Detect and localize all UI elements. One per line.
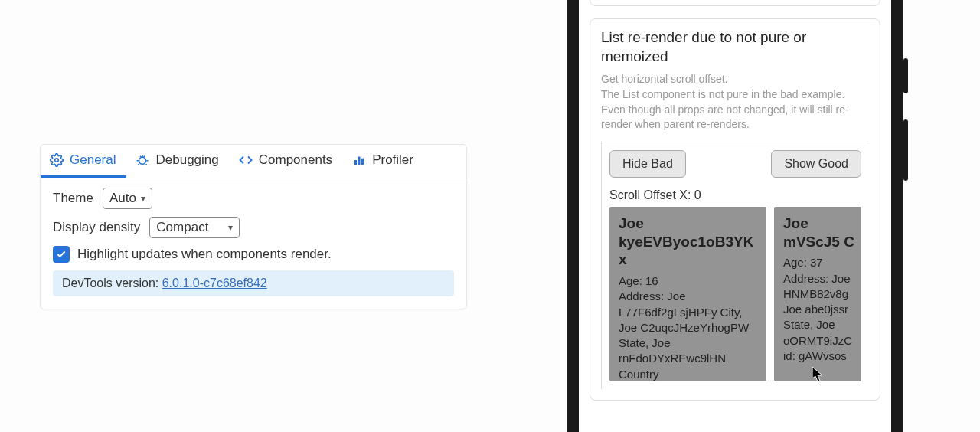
svg-point-1 [139,157,146,164]
density-row: Display density Compact ▾ [53,217,454,238]
theme-row: Theme Auto ▾ [53,188,454,209]
list-item[interactable]: Joe mVScJ5 C Age: 37 Address: Joe HNMB82… [774,207,861,381]
scroll-offset-label: Scroll Offset X: 0 [609,187,861,204]
tab-general-label: General [70,152,116,168]
phone-mockup: List re-render due to not pure or memoiz… [567,0,903,432]
theme-label: Theme [53,191,93,206]
button-row: Hide Bad Show Good [609,142,861,181]
item-address: Address: Joe HNMB82v8g Joe abe0jssr Stat… [783,271,857,349]
devtools-settings-panel: General Debugging Components Profiler Th… [40,144,467,309]
item-name: Joe kyeEVByoc1oB3YKx [619,214,757,269]
svg-rect-3 [358,157,361,165]
version-bar: DevTools version: 6.0.1.0-c7c68ef842 [53,270,454,296]
card-list[interactable]: Joe kyeEVByoc1oB3YKx Age: 16 Address: Jo… [609,207,861,381]
phone-screen: List re-render due to not pure or memoiz… [579,0,891,410]
item-id: id: gAWvsos [783,349,857,364]
tab-profiler-label: Profiler [372,152,413,168]
tab-debugging[interactable]: Debugging [126,145,229,178]
panel-body: Theme Auto ▾ Display density Compact ▾ H… [41,178,466,309]
version-link[interactable]: 6.0.1.0-c7c68ef842 [162,277,267,290]
phone-side-button [903,58,908,93]
show-good-button[interactable]: Show Good [771,150,861,178]
tabs-row: General Debugging Components Profiler [41,145,466,178]
density-select[interactable]: Compact ▾ [149,217,240,238]
tab-components-label: Components [259,152,332,168]
gear-icon [50,153,64,167]
svg-rect-2 [354,160,357,165]
svg-rect-4 [361,159,364,165]
highlight-checkbox[interactable] [53,246,70,263]
item-age: Age: 16 [619,273,757,289]
phone-side-button [903,119,908,181]
tab-components[interactable]: Components [230,145,343,178]
density-value: Compact [156,220,208,235]
chevron-down-icon: ▾ [141,193,145,204]
tab-profiler[interactable]: Profiler [343,145,424,178]
item-age: Age: 37 [783,255,857,270]
card-desc: Get horizontal scroll offset. The List c… [601,72,869,132]
tab-general[interactable]: General [41,145,126,178]
theme-value: Auto [109,191,136,206]
card-desc-line: The List component is not pure in the ba… [601,88,849,130]
list-item[interactable]: Joe kyeEVByoc1oB3YKx Age: 16 Address: Jo… [609,207,766,381]
tab-debugging-label: Debugging [155,152,218,168]
chart-icon [352,153,366,167]
version-label: DevTools version: [62,277,162,290]
close-icon[interactable] [448,155,460,168]
svg-point-0 [55,159,59,162]
highlight-row: Highlight updates when components render… [53,246,454,263]
search-bar[interactable] [590,0,880,6]
item-name: Joe mVScJ5 C [783,214,857,251]
item-address: Address: Joe L77F6df2gLsjHPFy City, Joe … [619,289,757,381]
theme-select[interactable]: Auto ▾ [103,188,152,209]
card-title: List re-render due to not pure or memoiz… [601,28,869,66]
density-label: Display density [53,220,140,235]
card-desc-line: Get horizontal scroll offset. [601,73,727,85]
chevron-down-icon: ▾ [228,222,233,233]
highlight-label: Highlight updates when components render… [77,247,332,262]
bug-icon [136,153,149,167]
hide-bad-button[interactable]: Hide Bad [609,150,686,178]
example-card: List re-render due to not pure or memoiz… [590,18,880,401]
code-icon [239,153,253,167]
